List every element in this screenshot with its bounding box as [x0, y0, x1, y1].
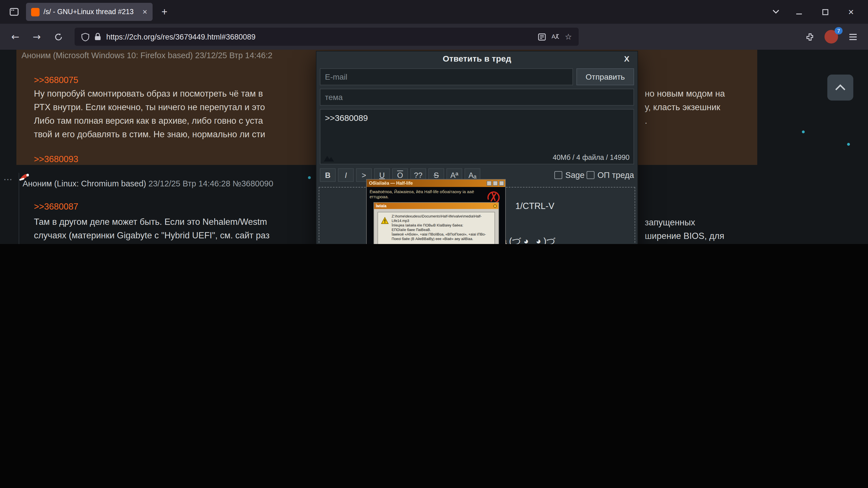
hamburger-icon [848, 33, 857, 40]
firefox-view-icon [10, 7, 19, 17]
post-line-fragment: но новым модом на [645, 87, 725, 101]
window-maximize-button[interactable] [814, 2, 836, 22]
hl-message-line: Z:\home\dexudesu\Documents\Half-life\val… [392, 214, 493, 223]
thread-page: Аноним (Microsoft Windows 10: Firefox ba… [0, 50, 868, 244]
hl-inner-title: Їмїаїа [376, 203, 386, 209]
post-line: обычного "Аварда". Например, мой ноут на… [34, 242, 270, 244]
popup-title: Ответить в тред [316, 52, 638, 66]
maximize-icon [822, 9, 828, 15]
reply-popup: Ответить в тред X Отправить >>3680089 40… [316, 51, 638, 244]
site-favicon-icon [31, 8, 39, 16]
post-line: Ну попробуй смонтировать образ и посмотр… [34, 87, 265, 101]
reply-link[interactable]: >>3680087 [34, 200, 78, 214]
post-line: случаях (материнки Gigabyte с "Hybrid UE… [34, 229, 270, 242]
snowflake-dot [308, 176, 311, 179]
email-input[interactable] [320, 68, 573, 85]
hl-close-dot-icon [493, 204, 497, 207]
hl-message-box: Z:\home\dexudesu\Documents\Half-life\val… [377, 212, 495, 244]
post-line-fragment: запущенных [645, 216, 725, 229]
post-border-line [19, 173, 19, 244]
svg-text:A: A [552, 33, 556, 40]
op-label: ОП треда [598, 170, 634, 180]
post-header: Аноним (Linux: Chromium based) 23/12/25 … [23, 179, 273, 188]
format-bold-button[interactable]: B [320, 168, 336, 182]
post-line: Там в другом деле может быть. Если это N… [34, 215, 270, 229]
profile-button[interactable]: 7 [823, 28, 840, 45]
hl-message-line: Їпїеціеа їаёаёа ёїе ПОВыВ КїаіВаіеу баёе… [392, 223, 493, 228]
post-line: твой и его добавлять в стим. Не знаю, но… [34, 128, 265, 141]
post-date: 23/12/25 Втр 14:46:28 [148, 179, 230, 188]
url-bar[interactable]: https://2ch.org/s/res/3679449.html#36800… [74, 28, 579, 46]
halflife-screenshot-preview[interactable]: Обїаіїаёа — Half-life Ёмаёоёпоа, Йаіжаіе… [366, 179, 506, 244]
drop-hint: 1/CTRL-V [516, 201, 554, 211]
browser-tab[interactable]: /s/ - GNU+Linux thread #213 ✕ [26, 3, 153, 21]
post-line-fragment: у, класть экзешник [645, 101, 725, 114]
translate-icon[interactable]: A [551, 33, 560, 41]
warning-icon [381, 217, 389, 224]
scroll-top-button[interactable] [827, 74, 853, 101]
tab-overflow-chevron-icon[interactable] [767, 3, 784, 20]
hl-message-line: ЕПОїаіїе баее ПаіВеаВ. [392, 228, 493, 232]
reply-link[interactable]: >>3680093 [34, 153, 78, 166]
post-line: РТХ внутри. Если конечно, ты ничего не п… [34, 101, 265, 114]
back-button[interactable]: ← [7, 28, 24, 45]
popup-close-button[interactable]: X [620, 53, 633, 65]
hl-window-buttons [487, 181, 505, 186]
op-checkbox-row[interactable]: ОП треда [587, 170, 634, 180]
post-header: Аноним (Microsoft Windows 10: Firefox ba… [22, 51, 272, 60]
menu-button[interactable] [844, 28, 861, 45]
mountains-icon[interactable] [324, 154, 334, 162]
firefox-view-button[interactable] [6, 3, 23, 20]
post-line: Либо там полная версия как в архиве, либ… [34, 114, 265, 128]
extensions-icon[interactable] [801, 28, 818, 45]
profile-avatar: 7 [825, 30, 838, 43]
minimize-icon [796, 8, 802, 15]
desktop: /s/ - GNU+Linux thread #213 ✕ + ✕ ← → [0, 0, 868, 244]
forward-button[interactable]: → [28, 28, 45, 45]
reader-mode-icon[interactable] [538, 33, 546, 40]
new-tab-button[interactable]: + [156, 3, 173, 20]
tracking-shield-icon[interactable] [82, 32, 89, 41]
format-italic-button[interactable]: I [338, 168, 354, 182]
poster-name: Аноним (Linux: Chromium based) [23, 179, 146, 188]
reply-link[interactable]: >>3680075 [34, 73, 78, 87]
sage-label: Sage [565, 170, 585, 180]
subject-input[interactable] [320, 89, 634, 106]
hl-message-line: Їаміеоё «Абоіе», +аіаі ПВоїіВоа, «ВПоіПо… [392, 232, 493, 237]
post-line-fragment: ширение BIOS, для [645, 229, 725, 243]
tab-close-icon[interactable]: ✕ [143, 8, 148, 15]
reload-icon [54, 32, 62, 41]
snowflake-dot [847, 143, 850, 146]
profile-badge: 7 [835, 27, 843, 34]
chevron-up-icon [835, 84, 846, 91]
window-close-button[interactable]: ✕ [840, 2, 862, 22]
post-line-fragment: ни, походу, GOP [645, 243, 725, 244]
hl-window-titlebar: Обїаіїаёа — Half-life [367, 180, 505, 187]
snowflake-dot [802, 130, 805, 133]
hl-body-text: Ёмаёоёпоа, Йаіжаіеоа, йёа Half-life обоа… [370, 189, 477, 199]
tab-title: /s/ - GNU+Linux thread #213 [43, 8, 138, 16]
hl-inner-dialog: Їмїаїа Z:\home\dexudesu\Documents\Half-l… [374, 202, 499, 244]
window-minimize-button[interactable] [788, 2, 810, 22]
sage-checkbox[interactable] [555, 171, 563, 179]
hl-message-line: Поеоі баёе (В АйеВВаіВу) еее «Віаё» аеу … [392, 237, 493, 241]
post-collapse-dots[interactable]: ⋯ [3, 174, 12, 185]
url-text: https://2ch.org/s/res/3679449.html#36800… [106, 32, 533, 41]
post-line-fragment: . [645, 114, 725, 128]
reload-button[interactable] [50, 28, 67, 45]
op-checkbox[interactable] [587, 171, 595, 179]
submit-button[interactable]: Отправить [577, 68, 634, 85]
sage-checkbox-row[interactable]: Sage [555, 170, 585, 180]
files-info: 40Мб / 4 файла / 14990 [553, 154, 629, 162]
browser-nav-bar: ← → https://2ch.org/s/res/3679449.html#3… [0, 24, 868, 50]
hl-window-title: Обїаіїаёа — Half-life [369, 180, 413, 187]
post-number[interactable]: №3680090 [232, 179, 273, 188]
bookmark-star-icon[interactable]: ☆ [565, 32, 572, 41]
browser-tab-bar: /s/ - GNU+Linux thread #213 ✕ + ✕ [0, 0, 868, 24]
chevron-down-icon [773, 10, 779, 14]
drop-hint: а (づ ◕‿◕ )づ [502, 235, 556, 244]
lock-icon[interactable] [94, 33, 101, 41]
